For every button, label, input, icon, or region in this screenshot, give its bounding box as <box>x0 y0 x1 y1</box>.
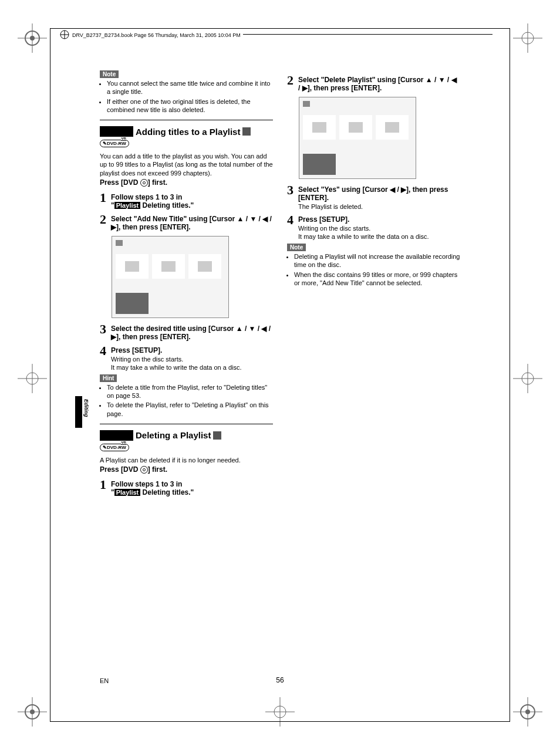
disc-icon <box>140 466 148 474</box>
step-number: 1 <box>100 478 106 491</box>
thumbnail <box>188 254 221 279</box>
hint-label: Hint <box>100 374 117 382</box>
note-item: When the disc contains 99 titles or more… <box>294 271 460 288</box>
ui-screenshot <box>112 236 229 318</box>
press-dvd-text: Press [DVD ] first. <box>100 178 273 188</box>
step-text: Follow steps 1 to 3 in <box>111 480 182 488</box>
playlist-label-inline: Playlist <box>114 489 141 496</box>
crop-mark-icon <box>513 697 542 727</box>
step-1: 1 Follow steps 1 to 3 in "Playlist Delet… <box>100 191 273 210</box>
crop-mark-icon <box>513 23 542 53</box>
note-list: Deleting a Playlist will not increase th… <box>287 252 460 287</box>
intro-text: You can add a title to the playlist as y… <box>100 152 273 177</box>
step-1-b: 1 Follow steps 1 to 3 in "Playlist Delet… <box>100 478 273 496</box>
disc-icon <box>140 179 148 187</box>
step-subtext: It may take a while to write the data on… <box>111 364 273 371</box>
step-number: 3 <box>287 184 294 197</box>
step-2-r: 2 Select "Delete Playlist" using [Cursor… <box>287 74 460 92</box>
step-text: Select "Delete Playlist" using [Cursor ▲… <box>298 74 460 92</box>
note-item: Deleting a Playlist will not increase th… <box>294 252 460 269</box>
section-title-deleting: Playlist Deleting a Playlist <box>100 430 273 441</box>
dvd-rw-text: DVD-RW <box>107 445 126 450</box>
crop-mark-icon <box>18 364 47 393</box>
page-number: 56 <box>0 676 560 684</box>
step-subtext: Writing on the disc starts. <box>298 225 460 232</box>
hint-list: To delete a title from the Playlist, ref… <box>100 383 273 418</box>
section-title-text: Deleting a Playlist <box>136 430 211 440</box>
vr-label: VR <box>121 441 126 445</box>
crop-mark-icon <box>18 23 47 53</box>
step-3-r: 3 Select "Yes" using [Cursor ◀ / ▶], the… <box>287 184 460 210</box>
step-text: Press [SETUP]. <box>111 346 273 354</box>
step-text: Press [SETUP]. <box>298 215 460 224</box>
press-dvd-text: Press [DVD ] first. <box>100 465 273 475</box>
hint-item: To delete the Playlist, refer to "Deleti… <box>107 401 273 418</box>
playlist-label: Playlist <box>100 430 133 441</box>
running-header-text: DRV_B2737_B2734.book Page 56 Thursday, M… <box>70 32 243 38</box>
step-number: 4 <box>287 214 294 227</box>
thumbnail <box>116 254 149 279</box>
pointer-icon <box>242 127 251 136</box>
crop-mark-icon <box>18 697 47 727</box>
note-label: Note <box>287 244 306 251</box>
crop-mark-icon <box>513 364 542 393</box>
note-label: Note <box>100 70 119 78</box>
thumbnail <box>303 115 336 140</box>
thumbnail-selected <box>116 293 149 314</box>
step-text: " <box>111 488 114 496</box>
step-text: Select the desired title using [Cursor ▲… <box>111 323 273 341</box>
step-4: 4 Press [SETUP]. Writing on the disc sta… <box>100 344 273 371</box>
divider <box>100 424 273 424</box>
step-2: 2 Select "Add New Title" using [Cursor ▲… <box>100 213 273 231</box>
playlist-label: Playlist <box>100 126 133 137</box>
thumbnail <box>376 115 409 140</box>
step-text: Deleting titles." <box>140 201 194 210</box>
vr-label: VR <box>121 137 126 141</box>
divider <box>100 120 273 120</box>
step-number: 1 <box>100 191 106 204</box>
dvd-rw-text: DVD-RW <box>107 141 126 146</box>
step-4-r: 4 Press [SETUP]. Writing on the disc sta… <box>287 214 460 240</box>
running-header: DRV_B2737_B2734.book Page 56 Thursday, M… <box>68 34 492 40</box>
step-3: 3 Select the desired title using [Cursor… <box>100 323 273 341</box>
camera-icon <box>303 101 310 107</box>
note-item: If either one of the two original titles… <box>107 97 273 114</box>
step-text: " <box>111 201 114 210</box>
step-text: Deleting titles." <box>140 488 194 496</box>
step-number: 2 <box>287 74 294 87</box>
step-number: 3 <box>100 323 106 336</box>
dvd-rw-badge: VR ✎DVD-RW <box>100 140 129 147</box>
book-icon <box>59 29 70 40</box>
thumbnail-selected <box>303 154 336 175</box>
step-subtext: The Playlist is deleted. <box>298 203 460 210</box>
step-subtext: It may take a while to write the data on… <box>298 233 460 240</box>
step-text: Follow steps 1 to 3 in <box>111 193 182 201</box>
dvd-rw-badge: VR ✎DVD-RW <box>100 444 129 451</box>
side-tab <box>75 396 82 428</box>
note-list: You cannot select the same title twice a… <box>100 79 273 114</box>
section-title-adding: Playlist Adding titles to a Playlist <box>100 126 273 137</box>
side-tab-label: Editing <box>83 399 89 417</box>
thumbnail <box>339 115 372 140</box>
hint-item: To delete a title from the Playlist, ref… <box>107 383 273 400</box>
section-title-text: Adding titles to a Playlist <box>136 127 240 137</box>
step-subtext: Writing on the disc starts. <box>111 356 273 363</box>
playlist-label-inline: Playlist <box>114 202 141 209</box>
camera-icon <box>116 240 123 246</box>
step-number: 2 <box>100 213 106 226</box>
ui-screenshot <box>299 97 416 179</box>
step-text: Select "Yes" using [Cursor ◀ / ▶], then … <box>298 185 460 202</box>
note-item: You cannot select the same title twice a… <box>107 79 273 96</box>
step-number: 4 <box>100 344 106 357</box>
step-text: Select "Add New Title" using [Cursor ▲ /… <box>111 213 273 231</box>
intro-text: A Playlist can be deleted if it is no lo… <box>100 456 273 464</box>
pointer-icon <box>213 431 221 440</box>
thumbnail <box>152 254 185 279</box>
